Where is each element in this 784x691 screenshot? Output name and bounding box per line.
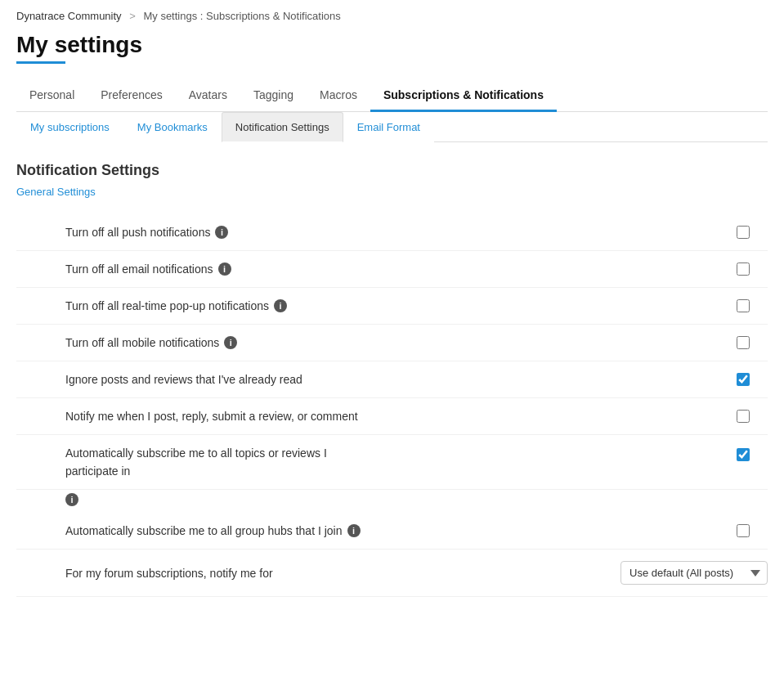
setting-row-mobile-notifications: Turn off all mobile notificationsi xyxy=(16,325,768,361)
sub-tab-my-subscriptions[interactable]: My subscriptions xyxy=(16,112,123,142)
sub-tab-notification-settings[interactable]: Notification Settings xyxy=(222,112,343,142)
breadcrumb-current: My settings : Subscriptions & Notificati… xyxy=(143,10,340,22)
section-title: Notification Settings xyxy=(16,162,768,179)
page-title: My settings xyxy=(16,32,768,58)
info-icon-popup-notifications: i xyxy=(274,299,287,312)
main-tab-tagging[interactable]: Tagging xyxy=(240,80,307,112)
setting-label-text-mobile-notifications: Turn off all mobile notifications xyxy=(65,336,219,349)
main-tab-personal[interactable]: Personal xyxy=(16,80,87,112)
breadcrumb-site-link[interactable]: Dynatrace Community xyxy=(16,10,122,22)
checkbox-push-notifications[interactable] xyxy=(737,226,750,239)
setting-label-email-notifications: Turn off all email notificationsi xyxy=(65,262,719,276)
setting-label-line1-auto-subscribe-topics: Automatically subscribe me to all topics… xyxy=(65,446,327,460)
setting-row-popup-notifications: Turn off all real-time pop-up notificati… xyxy=(16,288,768,325)
setting-row-ignore-read: Ignore posts and reviews that I've alrea… xyxy=(16,361,768,398)
info-icon-auto-subscribe-topics: i xyxy=(65,493,78,506)
setting-label-text-ignore-read: Ignore posts and reviews that I've alrea… xyxy=(65,373,302,386)
checkbox-ignore-read[interactable] xyxy=(737,373,750,386)
checkbox-email-notifications[interactable] xyxy=(737,262,750,276)
setting-row-email-notifications: Turn off all email notificationsi xyxy=(16,251,768,288)
setting-label-forum-subscriptions: For my forum subscriptions, notify me fo… xyxy=(65,567,620,580)
info-icon-mobile-notifications: i xyxy=(224,336,237,349)
setting-label-mobile-notifications: Turn off all mobile notificationsi xyxy=(65,336,719,349)
setting-label-popup-notifications: Turn off all real-time pop-up notificati… xyxy=(65,299,719,312)
checkbox-popup-notifications[interactable] xyxy=(737,299,750,312)
setting-label-line2-auto-subscribe-topics: participate in xyxy=(65,464,130,478)
info-icon-auto-subscribe-groups: i xyxy=(347,524,361,537)
sub-tab-bar: My subscriptionsMy BookmarksNotification… xyxy=(16,112,768,142)
section-subtitle[interactable]: General Settings xyxy=(16,186,768,198)
page-title-underline xyxy=(16,61,65,64)
info-icon-push-notifications: i xyxy=(215,226,228,239)
setting-label-push-notifications: Turn off all push notificationsi xyxy=(65,226,719,239)
sub-tab-email-format[interactable]: Email Format xyxy=(343,112,434,142)
select-forum-subscriptions[interactable]: Use default (All posts)All postsReplies … xyxy=(620,561,768,585)
main-tab-avatars[interactable]: Avatars xyxy=(176,80,240,112)
setting-row-auto-subscribe-groups: Automatically subscribe me to all group … xyxy=(16,513,768,550)
main-tab-bar: PersonalPreferencesAvatarsTaggingMacrosS… xyxy=(16,80,768,112)
main-tab-preferences[interactable]: Preferences xyxy=(87,80,175,112)
setting-label-ignore-read: Ignore posts and reviews that I've alrea… xyxy=(65,373,719,386)
settings-list: Turn off all push notificationsiTurn off… xyxy=(16,214,768,597)
checkbox-auto-subscribe-groups[interactable] xyxy=(737,524,750,537)
breadcrumb: Dynatrace Community > My settings : Subs… xyxy=(0,0,784,32)
setting-row-push-notifications: Turn off all push notificationsi xyxy=(16,214,768,251)
setting-label-notify-when-post: Notify me when I post, reply, submit a r… xyxy=(65,410,719,423)
checkbox-mobile-notifications[interactable] xyxy=(737,336,750,349)
setting-label-text-notify-when-post: Notify me when I post, reply, submit a r… xyxy=(65,410,358,423)
setting-row-forum-subscriptions: For my forum subscriptions, notify me fo… xyxy=(16,550,768,597)
main-tab-subscriptions[interactable]: Subscriptions & Notifications xyxy=(370,80,557,112)
setting-label-text-auto-subscribe-groups: Automatically subscribe me to all group … xyxy=(65,524,343,537)
setting-label-text-popup-notifications: Turn off all real-time pop-up notificati… xyxy=(65,299,269,312)
checkbox-auto-subscribe-topics[interactable] xyxy=(737,448,750,461)
checkbox-notify-when-post[interactable] xyxy=(737,410,750,423)
setting-label-auto-subscribe-groups: Automatically subscribe me to all group … xyxy=(65,524,719,537)
breadcrumb-separator: > xyxy=(129,10,136,22)
setting-row-auto-subscribe-topics: Automatically subscribe me to all topics… xyxy=(16,435,768,490)
setting-label-auto-subscribe-topics: Automatically subscribe me to all topics… xyxy=(65,446,719,478)
setting-label-text-email-notifications: Turn off all email notifications xyxy=(65,262,213,276)
setting-label-text-push-notifications: Turn off all push notifications xyxy=(65,226,210,239)
setting-row-notify-when-post: Notify me when I post, reply, submit a r… xyxy=(16,398,768,435)
sub-tab-my-bookmarks[interactable]: My Bookmarks xyxy=(123,112,222,142)
info-icon-email-notifications: i xyxy=(218,262,231,276)
main-tab-macros[interactable]: Macros xyxy=(307,80,370,112)
